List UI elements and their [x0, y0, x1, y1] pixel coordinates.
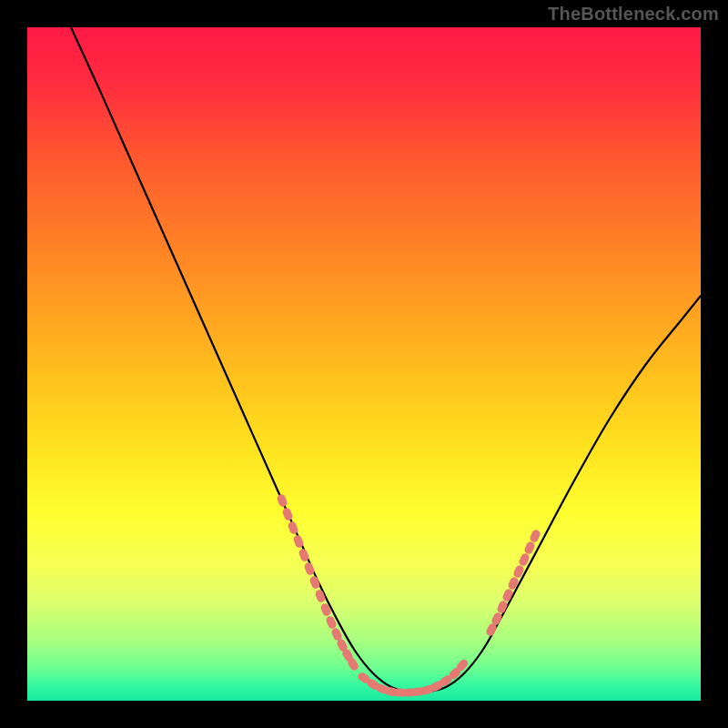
plot-area [27, 27, 701, 701]
gradient-background [27, 27, 701, 701]
outer-frame: TheBottleneck.com [0, 0, 728, 728]
watermark-text: TheBottleneck.com [548, 4, 719, 25]
chart-svg [27, 27, 701, 701]
